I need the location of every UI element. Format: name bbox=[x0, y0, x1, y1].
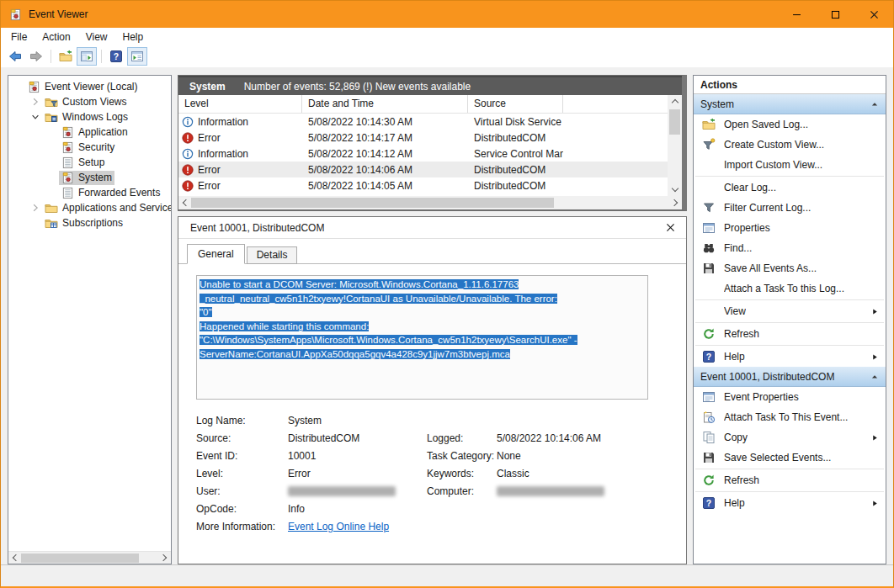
show-hide-console-tree-button[interactable] bbox=[77, 47, 97, 66]
chevron-right-icon[interactable] bbox=[29, 97, 42, 107]
tree-horizontal-scrollbar[interactable] bbox=[8, 551, 171, 564]
action-refresh[interactable]: Refresh bbox=[694, 470, 886, 490]
tree-item-label: Security bbox=[78, 141, 114, 153]
tree-item-event-viewer-local[interactable]: Event Viewer (Local) bbox=[8, 79, 171, 94]
scroll-left-arrow[interactable] bbox=[8, 552, 21, 564]
tree-item-applications-and-services-lo[interactable]: Applications and Services Lo bbox=[8, 200, 171, 215]
tree-item-application[interactable]: Application bbox=[8, 124, 171, 140]
actions-pane-title: Actions bbox=[694, 76, 886, 94]
actions-section-system[interactable]: System bbox=[694, 94, 886, 114]
action-help[interactable]: ?Help bbox=[694, 347, 886, 367]
minimize-button[interactable] bbox=[777, 1, 816, 28]
action-attach-a-task-to-this-log[interactable]: Attach a Task To this Log... bbox=[694, 278, 886, 299]
scroll-left-arrow[interactable] bbox=[178, 197, 191, 209]
events-table-body: Information5/08/2022 10:14:30 AMVirtual … bbox=[178, 114, 682, 193]
scroll-up-arrow[interactable] bbox=[668, 95, 681, 108]
status-bar bbox=[1, 564, 893, 586]
info-icon bbox=[182, 148, 194, 160]
event-description[interactable]: Unable to start a DCOM Server: Microsoft… bbox=[196, 275, 648, 400]
close-button[interactable] bbox=[854, 1, 893, 28]
svg-text:?: ? bbox=[114, 51, 119, 61]
chevron-down-icon[interactable] bbox=[29, 112, 42, 122]
event-row[interactable]: Error5/08/2022 10:14:05 AMDistributedCOM bbox=[178, 177, 682, 193]
collapse-icon[interactable] bbox=[870, 100, 879, 109]
menu-view[interactable]: View bbox=[78, 29, 115, 45]
action-refresh[interactable]: Refresh bbox=[694, 324, 886, 344]
event-source: Service Control Mana... bbox=[468, 148, 563, 160]
scroll-right-arrow[interactable] bbox=[669, 197, 682, 209]
tree-item-system[interactable]: System bbox=[8, 170, 171, 185]
scroll-thumb[interactable] bbox=[21, 554, 139, 563]
task-icon bbox=[702, 411, 716, 424]
action-save-selected-events[interactable]: Save Selected Events... bbox=[694, 448, 886, 468]
events-table-header: LevelDate and TimeSource bbox=[178, 95, 682, 114]
action-properties[interactable]: Properties bbox=[694, 218, 886, 238]
tree-item-label-wrap: Custom Views bbox=[42, 94, 129, 109]
tab-details[interactable]: Details bbox=[247, 246, 298, 264]
action-copy[interactable]: Copy bbox=[694, 427, 886, 448]
actions-body: SystemOpen Saved Log...Create Custom Vie… bbox=[694, 94, 886, 513]
event-row[interactable]: Information5/08/2022 10:14:30 AMVirtual … bbox=[178, 114, 682, 130]
up-one-level-button[interactable] bbox=[56, 47, 76, 66]
actions-section-event-10001-distributedcom[interactable]: Event 10001, DistributedCOM bbox=[694, 367, 886, 387]
tree-item-subscriptions[interactable]: Subscriptions bbox=[8, 215, 171, 230]
column-header-level[interactable]: Level bbox=[178, 95, 302, 113]
tree-item-custom-views[interactable]: Custom Views bbox=[8, 94, 171, 109]
tree-item-windows-logs[interactable]: Windows Logs bbox=[8, 109, 171, 124]
description-line: ServerName:CortanaUI.AppXa50dqqa5gqv4a42… bbox=[200, 349, 510, 359]
column-header-filler bbox=[563, 95, 668, 113]
forward-button[interactable] bbox=[26, 47, 46, 66]
tree-item-security[interactable]: Security bbox=[8, 140, 171, 155]
action-open-saved-log[interactable]: Open Saved Log... bbox=[694, 114, 886, 135]
menu-action[interactable]: Action bbox=[35, 29, 77, 45]
maximize-button[interactable] bbox=[816, 1, 854, 28]
action-save-all-events-as[interactable]: Save All Events As... bbox=[694, 258, 886, 278]
error-icon bbox=[182, 180, 194, 192]
event-log-online-help-link[interactable]: Event Log Online Help bbox=[288, 521, 389, 532]
field-label-event-id: Event ID: bbox=[196, 450, 288, 462]
action-clear-log[interactable]: Clear Log... bbox=[694, 177, 886, 198]
action-view[interactable]: View bbox=[694, 301, 886, 321]
field-label-more-information: More Information: bbox=[196, 521, 288, 532]
scroll-thumb[interactable] bbox=[669, 109, 680, 135]
field-value: Classic bbox=[497, 468, 529, 479]
scroll-thumb[interactable] bbox=[191, 198, 554, 208]
collapse-icon[interactable] bbox=[870, 373, 879, 381]
tree-item-forwarded-events[interactable]: Forwarded Events bbox=[8, 185, 171, 200]
tree-item-label-wrap: Windows Logs bbox=[42, 109, 130, 124]
action-find[interactable]: Find... bbox=[694, 238, 886, 258]
back-button[interactable] bbox=[5, 47, 25, 66]
menu-help[interactable]: Help bbox=[115, 29, 152, 45]
action-attach-task-to-this-event[interactable]: Attach Task To This Event... bbox=[694, 407, 886, 427]
event-datetime: 5/08/2022 10:14:06 AM bbox=[302, 164, 468, 176]
show-hide-action-pane-button[interactable] bbox=[127, 47, 147, 66]
middle-column: System Number of events: 52,869 (!) New … bbox=[178, 75, 687, 564]
actions-pane: Actions SystemOpen Saved Log...Create Cu… bbox=[693, 75, 886, 564]
chevron-right-icon[interactable] bbox=[29, 203, 42, 213]
close-icon[interactable] bbox=[665, 222, 676, 233]
events-vertical-scrollbar[interactable] bbox=[668, 95, 682, 196]
action-create-custom-view[interactable]: Create Custom View... bbox=[694, 135, 886, 155]
action-filter-current-log[interactable]: Filter Current Log... bbox=[694, 198, 886, 218]
scroll-down-arrow[interactable] bbox=[668, 183, 681, 196]
action-event-properties[interactable]: Event Properties bbox=[694, 387, 886, 407]
help-button[interactable]: ? bbox=[106, 47, 126, 66]
tree-item-setup[interactable]: Setup bbox=[8, 155, 171, 170]
event-row[interactable]: Error5/08/2022 10:14:06 AMDistributedCOM bbox=[178, 162, 682, 177]
action-help[interactable]: ?Help bbox=[694, 493, 886, 513]
save-icon bbox=[702, 262, 716, 275]
event-row[interactable]: Information5/08/2022 10:14:12 AMService … bbox=[178, 146, 682, 162]
action-import-custom-view[interactable]: Import Custom View... bbox=[694, 155, 886, 175]
event-row[interactable]: Error5/08/2022 10:14:17 AMDistributedCOM bbox=[178, 130, 682, 146]
event-level: Information bbox=[198, 148, 248, 160]
events-horizontal-scrollbar[interactable] bbox=[178, 196, 682, 209]
submenu-arrow-icon bbox=[871, 352, 879, 362]
column-header-date-and-time[interactable]: Date and Time bbox=[302, 95, 468, 113]
main-area: Event Viewer (Local)Custom ViewsWindows … bbox=[1, 67, 893, 564]
column-header-source[interactable]: Source bbox=[468, 95, 563, 113]
action-label: Refresh bbox=[724, 328, 759, 340]
menu-file[interactable]: File bbox=[3, 29, 35, 45]
titlebar[interactable]: Event Viewer bbox=[1, 1, 893, 28]
tab-general[interactable]: General bbox=[187, 244, 245, 264]
scroll-right-arrow[interactable] bbox=[158, 552, 171, 564]
